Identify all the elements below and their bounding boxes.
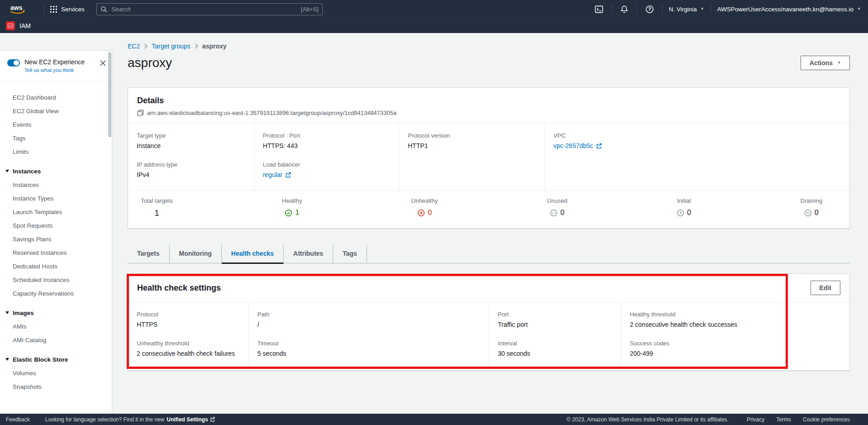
sidebar-item-instances[interactable]: Instances <box>0 178 112 191</box>
iam-service-icon[interactable] <box>6 21 15 30</box>
divider <box>711 4 711 14</box>
breadcrumb-ec2[interactable]: EC2 <box>128 43 140 50</box>
triangle-down-icon <box>5 358 9 361</box>
help-icon[interactable]: ? <box>644 5 656 14</box>
section-label: Instances <box>13 168 41 175</box>
tab-tags[interactable]: Tags <box>333 245 367 263</box>
timeout-value: 5 seconds <box>258 350 482 357</box>
protocol-version-value: HTTP1 <box>408 142 538 149</box>
cookie-preferences-link[interactable]: Cookie preferences <box>803 416 850 423</box>
success-codes-value: 200-499 <box>630 350 843 357</box>
sidebar-section-instances[interactable]: Instances <box>0 164 112 178</box>
notifications-bell-icon[interactable] <box>618 5 630 14</box>
health-protocol-value: HTTPS <box>137 321 242 328</box>
target-counts-row: Total targets 1 Healthy 1 U <box>128 190 849 228</box>
field-label: Load balancer <box>263 161 393 168</box>
aws-logo[interactable]: aws <box>9 3 27 15</box>
sidebar-item-events[interactable]: Events <box>0 118 112 131</box>
feedback-button[interactable]: Feedback <box>6 416 30 423</box>
draining-count: Draining 0 <box>801 197 822 218</box>
sidebar-item-scheduled-instances[interactable]: Scheduled Instances <box>0 273 112 287</box>
tab-targets[interactable]: Targets <box>128 245 170 263</box>
tab-attributes[interactable]: Attributes <box>284 245 333 263</box>
terms-link[interactable]: Terms <box>776 416 791 423</box>
field-label: VPC <box>553 132 843 139</box>
divider <box>611 4 612 14</box>
cloudshell-icon[interactable] <box>593 5 605 14</box>
sidebar-item-amis[interactable]: AMIs <box>0 320 112 333</box>
copy-icon[interactable] <box>137 110 144 116</box>
sidebar-section-elastic-block-store[interactable]: Elastic Block Store <box>0 353 112 366</box>
region-selector[interactable]: N. Virginia ▼ <box>669 6 704 13</box>
target-group-tabs: Targets Monitoring Health checks Attribu… <box>128 245 850 263</box>
sidebar-item-volumes[interactable]: Volumes <box>0 366 112 380</box>
sidebar-item-reserved-instances[interactable]: Reserved Instances <box>0 246 112 259</box>
search-input[interactable] <box>96 3 323 15</box>
breadcrumb-current: asproxy <box>202 43 227 50</box>
load-balancer-link[interactable]: regular <box>263 171 291 178</box>
sidebar-item-limits[interactable]: Limits <box>0 145 112 158</box>
initial-value: 0 <box>687 209 691 217</box>
global-search: [Alt+S] <box>96 3 323 15</box>
unified-settings-link[interactable]: Unified Settings <box>167 416 208 423</box>
vpc-id: vpc-2657db5c <box>553 142 593 149</box>
search-icon <box>100 6 107 13</box>
health-path-value: / <box>258 321 482 328</box>
actions-button[interactable]: Actions ▼ <box>801 56 850 70</box>
feedback-link[interactable]: Tell us what you think <box>24 67 98 73</box>
breadcrumb-target-groups[interactable]: Target groups <box>152 43 191 50</box>
sidebar-item-tags[interactable]: Tags <box>0 131 112 145</box>
services-grid-icon <box>50 6 57 13</box>
sidebar-item-snapshots[interactable]: Snapshots <box>0 380 112 393</box>
console-footer: Feedback Looking for language selection?… <box>0 414 868 425</box>
field-label: Path <box>258 311 482 318</box>
tab-monitoring[interactable]: Monitoring <box>170 245 222 263</box>
draining-value: 0 <box>815 209 819 217</box>
sidebar-item-spot-requests[interactable]: Spot Requests <box>0 219 112 232</box>
sidebar-item-ec2-dashboard[interactable]: EC2 Dashboard <box>0 91 112 104</box>
vpc-link[interactable]: vpc-2657db5c <box>553 142 602 149</box>
divider <box>43 4 44 14</box>
language-hint-text: Looking for language selection? Find it … <box>45 416 165 423</box>
svg-text:aws: aws <box>10 4 23 11</box>
external-link-icon <box>210 417 215 422</box>
page-title: asproxy <box>128 56 172 70</box>
breadcrumb: EC2 Target groups asproxy <box>128 43 850 50</box>
account-label: AWSPowerUserAccess/navaneeth.kn@harness.… <box>717 6 854 13</box>
sidebar-item-ami-catalog[interactable]: AMI Catalog <box>0 333 112 347</box>
sidebar-scrollbar[interactable] <box>108 52 111 137</box>
new-experience-banner: New EC2 Experience Tell us what you thin… <box>0 51 112 81</box>
sidebar-item-capacity-reservations[interactable]: Capacity Reservations <box>0 287 112 300</box>
unused-count: Unused 0 <box>547 197 568 218</box>
edit-button[interactable]: Edit <box>811 281 840 295</box>
sidebar-item-ec2-global-view[interactable]: EC2 Global View <box>0 104 112 118</box>
svg-text:?: ? <box>648 7 651 12</box>
x-circle-icon <box>417 209 425 217</box>
copyright-text: © 2023, Amazon Web Services India Privat… <box>567 416 729 423</box>
clock-icon <box>677 209 684 217</box>
field-label: Interval <box>498 340 615 347</box>
interval-value: 30 seconds <box>498 350 615 357</box>
account-menu[interactable]: AWSPowerUserAccess/navaneeth.kn@harness.… <box>717 6 861 13</box>
sidebar-item-dedicated-hosts[interactable]: Dedicated Hosts <box>0 259 112 273</box>
sidebar-item-savings-plans[interactable]: Savings Plans <box>0 232 112 246</box>
load-balancer-name: regular <box>263 171 283 178</box>
ip-address-type-value: IPv4 <box>137 171 248 178</box>
count-label: Healthy <box>282 197 302 204</box>
tab-health-checks[interactable]: Health checks <box>222 245 284 263</box>
toggle-knob <box>14 60 19 66</box>
new-experience-toggle[interactable] <box>7 59 20 67</box>
count-label: Unused <box>547 197 568 204</box>
top-nav-bar: aws Services [Alt+S] <box>0 0 868 18</box>
sidebar-item-instance-types[interactable]: Instance Types <box>0 191 112 205</box>
chevron-right-icon <box>195 43 198 49</box>
sidebar-nav: EC2 Dashboard EC2 Global View Events Tag… <box>0 81 112 393</box>
field-label: Success codes <box>630 340 843 347</box>
services-menu-button[interactable]: Services <box>50 6 85 13</box>
sidebar-item-launch-templates[interactable]: Launch Templates <box>0 205 112 219</box>
privacy-link[interactable]: Privacy <box>747 416 764 423</box>
field-label: Timeout <box>258 340 482 347</box>
close-icon[interactable] <box>100 60 106 67</box>
sidebar-section-images[interactable]: Images <box>0 306 112 320</box>
iam-shortcut-label[interactable]: IAM <box>19 22 31 29</box>
